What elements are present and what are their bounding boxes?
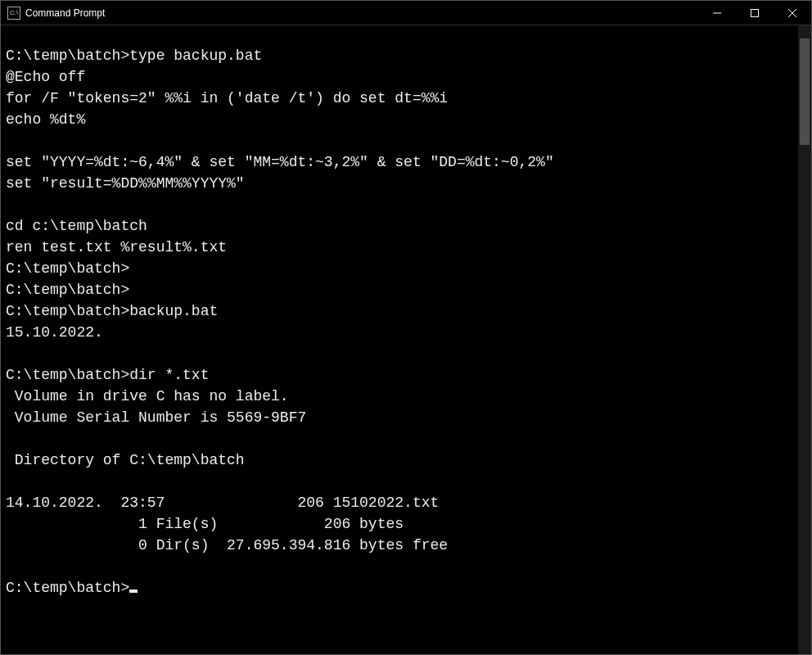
terminal-line	[6, 556, 793, 577]
terminal-line: @Echo off	[6, 66, 793, 88]
terminal-area: C:\temp\batch>type backup.bat@Echo offfo…	[1, 25, 811, 654]
terminal-line: C:\temp\batch>type backup.bat	[6, 45, 793, 66]
scrollbar-thumb[interactable]	[800, 38, 810, 145]
terminal-line: echo %dt%	[6, 109, 793, 130]
window-controls	[698, 1, 811, 25]
terminal-line: 14.10.2022. 23:57 206 15102022.txt	[6, 492, 793, 513]
scrollbar[interactable]	[798, 25, 811, 654]
terminal-line: for /F "tokens=2" %%i in ('date /t') do …	[6, 88, 793, 109]
cursor	[129, 590, 138, 593]
terminal-line: 1 File(s) 206 bytes	[6, 513, 793, 535]
terminal-line: C:\temp\batch>	[6, 279, 793, 300]
terminal-line: C:\temp\batch>dir *.txt	[6, 364, 793, 386]
terminal-line: set "YYYY=%dt:~6,4%" & set "MM=%dt:~3,2%…	[6, 151, 793, 173]
terminal-line: 15.10.2022.	[6, 322, 793, 343]
terminal-line: set "result=%DD%%MM%%YYYY%"	[6, 173, 793, 194]
terminal-line: C:\temp\batch>backup.bat	[6, 300, 793, 322]
terminal-line: Directory of C:\temp\batch	[6, 449, 793, 471]
close-button[interactable]	[774, 1, 811, 25]
titlebar[interactable]: C:\ Command Prompt	[1, 1, 811, 25]
terminal-line	[6, 194, 793, 215]
terminal-line	[6, 428, 793, 449]
terminal-line: Volume Serial Number is 5569-9BF7	[6, 407, 793, 428]
minimize-button[interactable]	[698, 1, 736, 25]
terminal-line	[6, 130, 793, 151]
terminal-line: cd c:\temp\batch	[6, 215, 793, 237]
terminal-line: 0 Dir(s) 27.695.394.816 bytes free	[6, 535, 793, 556]
cmd-icon: C:\	[7, 7, 20, 20]
terminal-line	[6, 471, 793, 492]
terminal-output[interactable]: C:\temp\batch>type backup.bat@Echo offfo…	[1, 25, 798, 654]
terminal-line: C:\temp\batch>	[6, 258, 793, 279]
terminal-line	[6, 343, 793, 364]
terminal-line: C:\temp\batch>	[6, 577, 793, 599]
maximize-button[interactable]	[736, 1, 774, 25]
window-title: Command Prompt	[25, 7, 105, 19]
terminal-line: ren test.txt %result%.txt	[6, 237, 793, 258]
svg-rect-1	[751, 9, 759, 16]
terminal-line: Volume in drive C has no label.	[6, 386, 793, 407]
